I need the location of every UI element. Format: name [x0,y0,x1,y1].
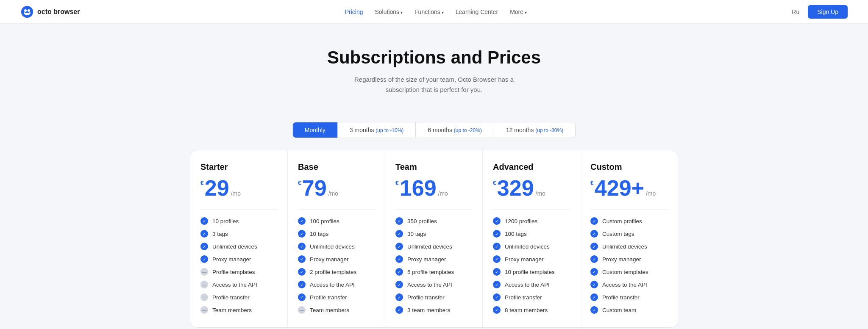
plan-name: Custom [590,162,668,172]
feature-item: ✓ 100 tags [493,230,570,238]
feature-label: Custom tags [602,231,634,237]
billing-monthly[interactable]: Monthly [293,122,338,138]
feature-item: ✓ Proxy manager [298,255,375,263]
feature-label: Unlimited devices [212,243,257,250]
check-icon: ✓ [395,268,403,276]
feature-item: ✓ Unlimited devices [395,243,472,250]
feature-item: — Team members [298,306,375,314]
dash-icon: — [200,306,208,314]
check-icon: ✓ [200,255,208,263]
check-icon: ✓ [298,255,306,263]
feature-label: Proxy manager [310,256,349,263]
feature-item: ✓ Access to the API [590,281,668,288]
feature-item: ✓ Proxy manager [493,255,570,263]
nav-learning-center[interactable]: Learning Center [456,8,498,15]
hero-subtitle: Regardless of the size of your team, Oct… [337,75,531,95]
logo-icon [20,5,34,19]
check-icon: ✓ [493,293,501,301]
feature-item: ✓ 3 team members [395,306,472,314]
feature-label: Access to the API [407,282,452,288]
feature-item: ✓ Access to the API [298,281,375,288]
check-icon: ✓ [298,243,306,250]
feature-label: Team members [310,307,349,313]
logo-text: octo browser [37,8,80,16]
billing-12months[interactable]: 12 months (up to -30%) [494,122,575,138]
plan-col-starter: Starter € 29 /mo ✓ 10 profiles ✓ 3 tags … [190,150,288,327]
feature-label: Access to the API [310,282,355,288]
feature-label: 100 profiles [310,218,339,224]
functions-chevron-icon [442,8,444,15]
billing-3months[interactable]: 3 months (up to -10%) [338,122,416,138]
svg-point-0 [21,6,33,18]
feature-label: 8 team members [505,307,548,313]
feature-label: Custom team [602,307,636,313]
check-icon: ✓ [298,268,306,276]
plan-period: /mo [438,190,448,197]
plan-col-team: Team € 169 /mo ✓ 350 profiles ✓ 30 tags … [385,150,483,327]
feature-item: ✓ Custom profiles [590,217,668,225]
feature-item: ✓ 1200 profiles [493,217,570,225]
feature-item: ✓ 350 profiles [395,217,472,225]
check-icon: ✓ [200,217,208,225]
plan-period: /mo [646,190,656,197]
dash-icon: — [200,293,208,301]
pricing-grid: Starter € 29 /mo ✓ 10 profiles ✓ 3 tags … [190,150,678,328]
signup-button[interactable]: Sign Up [808,5,848,19]
plan-period: /mo [328,190,338,197]
language-selector[interactable]: Ru [792,8,799,15]
plan-divider [298,209,375,210]
nav-pricing[interactable]: Pricing [345,8,363,15]
feature-label: 10 tags [310,231,328,237]
plan-col-advanced: Advanced € 329 /mo ✓ 1200 profiles ✓ 100… [483,150,580,327]
dash-icon: — [200,281,208,288]
feature-item: ✓ Unlimited devices [493,243,570,250]
feature-item: ✓ 5 profile templates [395,268,472,276]
check-icon: ✓ [298,293,306,301]
hero-section: Subscriptions and Prices Regardless of t… [0,24,868,108]
feature-list: ✓ 100 profiles ✓ 10 tags ✓ Unlimited dev… [298,217,375,314]
check-icon: ✓ [298,281,306,288]
feature-label: Team members [212,307,252,313]
check-icon: ✓ [200,243,208,250]
feature-item: ✓ 2 profile templates [298,268,375,276]
feature-label: Unlimited devices [407,243,452,250]
check-icon: ✓ [493,268,501,276]
feature-item: ✓ Access to the API [395,281,472,288]
nav-functions[interactable]: Functions [415,8,444,15]
plan-price: € 329 /mo [493,177,570,199]
feature-item: ✓ Proxy manager [590,255,668,263]
feature-item: ✓ Custom team [590,306,668,314]
feature-item: ✓ 3 tags [200,230,277,238]
feature-label: 2 profile templates [310,269,356,275]
feature-label: Unlimited devices [602,243,647,250]
feature-label: Custom profiles [602,218,642,224]
check-icon: ✓ [590,268,598,276]
feature-label: Profile transfer [602,294,640,301]
nav-solutions[interactable]: Solutions [375,8,403,15]
feature-item: ✓ Proxy manager [200,255,277,263]
feature-item: ✓ 10 profile templates [493,268,570,276]
check-icon: ✓ [493,243,501,250]
check-icon: ✓ [493,230,501,238]
feature-label: Access to the API [212,282,257,288]
feature-label: Proxy manager [407,256,446,263]
nav-right: Ru Sign Up [792,5,848,19]
plan-amount: 329 [497,177,534,199]
plan-period: /mo [231,190,241,197]
logo[interactable]: octo browser [20,5,80,19]
plan-amount: 79 [302,177,327,199]
plan-col-base: Base € 79 /mo ✓ 100 profiles ✓ 10 tags ✓ [288,150,385,327]
check-icon: ✓ [493,255,501,263]
check-icon: ✓ [395,281,403,288]
plan-divider [395,209,472,210]
feature-item: ✓ 10 tags [298,230,375,238]
check-icon: ✓ [395,230,403,238]
svg-point-1 [24,9,27,12]
billing-6months[interactable]: 6 months (up to -20%) [416,122,494,138]
nav-more[interactable]: More [510,8,527,15]
feature-item: ✓ Profile transfer [493,293,570,301]
feature-label: Profile transfer [310,294,347,301]
feature-label: 350 profiles [407,218,437,224]
feature-label: 100 tags [505,231,527,237]
check-icon: ✓ [590,230,598,238]
